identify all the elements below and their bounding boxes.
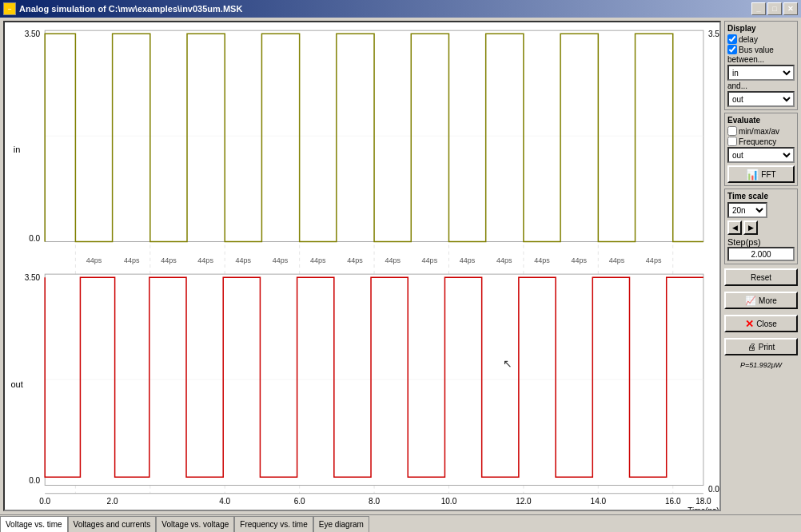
bus-value-checkbox[interactable] bbox=[727, 45, 737, 54]
svg-text:44ps: 44ps bbox=[347, 256, 363, 264]
time-scale-row: 20n bbox=[727, 202, 795, 218]
svg-text:44ps: 44ps bbox=[460, 256, 476, 264]
in-select[interactable]: in bbox=[727, 65, 795, 81]
time-scale-select[interactable]: 20n bbox=[727, 202, 767, 218]
svg-text:0.00: 0.00 bbox=[708, 485, 719, 494]
svg-text:0.0: 0.0 bbox=[29, 476, 40, 485]
svg-text:3.50: 3.50 bbox=[708, 30, 719, 38]
out-select[interactable]: out bbox=[727, 91, 795, 107]
next-time-button[interactable]: ▶ bbox=[743, 220, 758, 235]
close-button[interactable]: ✕ bbox=[783, 2, 798, 15]
print-button[interactable]: 🖨 Print bbox=[724, 338, 798, 355]
svg-text:Time(ns): Time(ns) bbox=[687, 506, 719, 510]
tab-voltage-vs-voltage[interactable]: Voltage vs. voltage bbox=[156, 516, 234, 532]
tab-voltage-vs-time[interactable]: Voltage vs. time bbox=[0, 516, 68, 532]
title-bar: ~ Analog simulation of C:\mw\examples\in… bbox=[0, 0, 801, 18]
bus-value-label: Bus value bbox=[739, 46, 774, 54]
app-icon: ~ bbox=[3, 2, 16, 15]
minmax-checkbox-row[interactable]: min/max/av bbox=[727, 126, 795, 136]
svg-text:44ps: 44ps bbox=[571, 256, 587, 264]
maximize-button[interactable]: □ bbox=[767, 2, 782, 15]
waveform-chart: 3.50 0.0 3.50 3.50 0.0 0.00 in out 0.0 2… bbox=[5, 22, 719, 510]
svg-text:44ps: 44ps bbox=[534, 256, 550, 264]
step-label: Step(ps) bbox=[727, 237, 795, 247]
frequency-label: Frequency bbox=[739, 137, 776, 146]
print-label: Print bbox=[759, 343, 775, 351]
delay-checkbox-row[interactable]: delay bbox=[727, 34, 795, 44]
arrow-row: ◀ ▶ bbox=[727, 220, 795, 235]
evaluate-label: Evaluate bbox=[727, 116, 795, 125]
tab-eye-diagram[interactable]: Eye diagram bbox=[313, 516, 369, 532]
frequency-checkbox-row[interactable]: Frequency bbox=[727, 137, 795, 146]
prev-time-button[interactable]: ◀ bbox=[727, 220, 742, 235]
svg-text:44ps: 44ps bbox=[197, 256, 213, 264]
main-container: 3.50 0.0 3.50 3.50 0.0 0.00 in out 0.0 2… bbox=[0, 18, 801, 514]
power-label: P=51.992μW bbox=[724, 361, 798, 369]
evaluate-group: Evaluate min/max/av Frequency out 📊 FFT bbox=[724, 113, 798, 186]
svg-text:3.50: 3.50 bbox=[25, 30, 41, 38]
svg-text:44ps: 44ps bbox=[496, 256, 512, 264]
fft-button[interactable]: 📊 FFT bbox=[727, 165, 795, 183]
more-label: More bbox=[759, 296, 777, 305]
step-input[interactable] bbox=[727, 247, 795, 261]
svg-text:44ps: 44ps bbox=[236, 256, 252, 264]
svg-text:44ps: 44ps bbox=[310, 256, 326, 264]
more-button[interactable]: 📈 More bbox=[724, 292, 798, 309]
display-label: Display bbox=[727, 24, 795, 33]
svg-text:44ps: 44ps bbox=[609, 256, 625, 264]
svg-text:44ps: 44ps bbox=[422, 256, 438, 264]
svg-text:6.0: 6.0 bbox=[294, 497, 305, 506]
window-title: Analog simulation of C:\mw\examples\inv0… bbox=[19, 4, 242, 14]
close-label: Close bbox=[756, 320, 777, 328]
step-group: Step(ps) bbox=[727, 237, 795, 261]
printer-icon: 🖨 bbox=[747, 342, 756, 351]
delay-checkbox[interactable] bbox=[727, 34, 737, 44]
svg-text:out: out bbox=[10, 379, 22, 389]
close-x-icon: ✕ bbox=[745, 318, 754, 330]
svg-text:3.50: 3.50 bbox=[25, 273, 41, 282]
delay-label: delay bbox=[739, 35, 758, 44]
frequency-checkbox[interactable] bbox=[727, 137, 737, 146]
minimize-button[interactable]: _ bbox=[751, 2, 766, 15]
svg-text:8.0: 8.0 bbox=[369, 497, 380, 506]
svg-text:in: in bbox=[14, 145, 21, 154]
minmax-label: min/max/av bbox=[739, 127, 779, 136]
tab-frequency-vs-time[interactable]: Frequency vs. time bbox=[234, 516, 313, 532]
reset-label: Reset bbox=[751, 273, 771, 282]
window-controls[interactable]: _ □ ✕ bbox=[751, 2, 798, 15]
minmax-checkbox[interactable] bbox=[727, 126, 737, 136]
right-panel: Display delay Bus value between... in an… bbox=[721, 18, 801, 514]
svg-text:2.0: 2.0 bbox=[107, 497, 118, 506]
fft-chart-icon: 📊 bbox=[746, 169, 759, 181]
svg-text:10.0: 10.0 bbox=[441, 497, 457, 506]
svg-text:18.0: 18.0 bbox=[695, 497, 711, 506]
svg-text:44ps: 44ps bbox=[273, 256, 289, 264]
time-scale-label: Time scale bbox=[727, 192, 795, 200]
chart-area: 3.50 0.0 3.50 3.50 0.0 0.00 in out 0.0 2… bbox=[3, 21, 721, 511]
svg-text:0.0: 0.0 bbox=[39, 497, 50, 506]
between-label: between... bbox=[727, 55, 795, 64]
svg-text:4.0: 4.0 bbox=[219, 497, 230, 506]
and-label: and... bbox=[727, 81, 795, 90]
svg-text:44ps: 44ps bbox=[124, 256, 140, 264]
tab-bar: Voltage vs. time Voltages and currents V… bbox=[0, 514, 801, 532]
eval-signal-select[interactable]: out bbox=[727, 147, 795, 163]
more-chart-icon: 📈 bbox=[745, 296, 756, 306]
svg-text:↖: ↖ bbox=[503, 357, 512, 370]
svg-text:44ps: 44ps bbox=[161, 256, 177, 264]
time-scale-group: Time scale 20n ◀ ▶ Step(ps) bbox=[724, 189, 798, 264]
tab-voltages-currents[interactable]: Voltages and currents bbox=[68, 516, 157, 532]
svg-text:44ps: 44ps bbox=[646, 256, 662, 264]
svg-text:44ps: 44ps bbox=[385, 256, 400, 264]
close-button[interactable]: ✕ Close bbox=[724, 315, 798, 332]
svg-text:12.0: 12.0 bbox=[516, 497, 532, 506]
reset-button[interactable]: Reset bbox=[724, 268, 798, 286]
bus-value-checkbox-row[interactable]: Bus value bbox=[727, 45, 795, 54]
svg-text:14.0: 14.0 bbox=[591, 497, 607, 506]
svg-text:16.0: 16.0 bbox=[665, 497, 681, 506]
svg-text:44ps: 44ps bbox=[86, 256, 102, 264]
display-group: Display delay Bus value between... in an… bbox=[724, 21, 798, 110]
svg-text:0.0: 0.0 bbox=[29, 234, 40, 243]
